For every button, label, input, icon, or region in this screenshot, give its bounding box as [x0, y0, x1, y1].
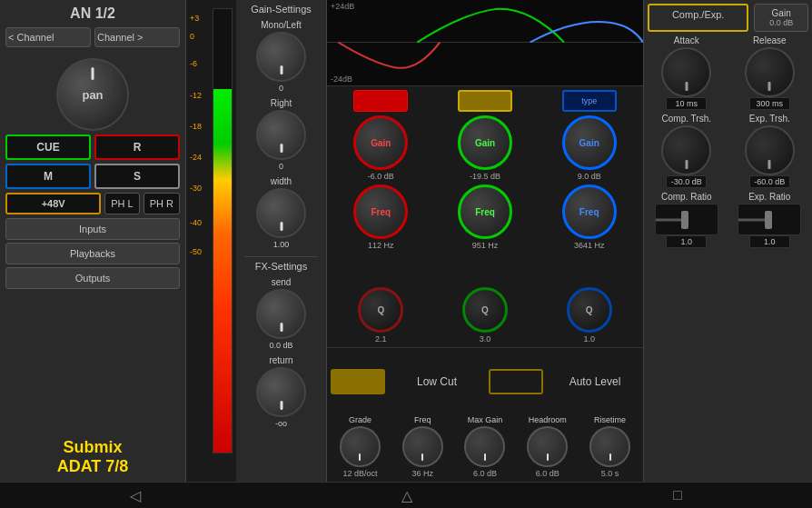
auto-level-label: Auto Level [550, 375, 639, 388]
band2-gain-knob[interactable]: Gain [458, 115, 512, 170]
inputs-button[interactable]: Inputs [5, 218, 180, 240]
ph-r-button[interactable]: PH R [144, 193, 180, 214]
exp-trsh-label: Exp. Trsh. [749, 114, 790, 124]
band2-type-button[interactable] [458, 90, 512, 112]
meter-tick-40: -40 [190, 204, 202, 243]
max-gain-label: Max Gain [468, 415, 503, 424]
divider-1 [244, 256, 319, 257]
comp-trsh-knob[interactable] [661, 125, 711, 175]
meter-tick-12: -12 [190, 80, 202, 111]
band3-freq-knob[interactable]: Freq [562, 184, 617, 239]
exp-trsh-group: Exp. Trsh. -60.0 dB [731, 114, 809, 188]
low-cut-button[interactable] [331, 369, 385, 394]
comp-panel: Comp./Exp. Gain 0.0 dB Attack 10 ms Rele… [644, 0, 812, 482]
band1-q-knob[interactable]: Q [358, 287, 403, 333]
back-button[interactable]: ◁ [130, 487, 141, 504]
band3-q-knob[interactable]: Q [567, 287, 612, 333]
release-knob[interactable] [745, 47, 795, 97]
band3-gain-knob[interactable]: Gain [562, 115, 617, 170]
band3-q-label: Q [586, 305, 593, 315]
cue-button[interactable]: CUE [5, 134, 91, 160]
band1-freq-knob[interactable]: Freq [353, 184, 408, 239]
headroom-label: Headroom [529, 415, 567, 424]
home-button[interactable]: △ [401, 487, 412, 504]
send-label: send [272, 277, 292, 287]
eq-band-1: Gain -6.0 dB Freq 112 Hz [331, 90, 431, 284]
grade-value: 12 dB/oct [342, 469, 377, 478]
menu-button[interactable]: □ [673, 487, 682, 503]
comp-trsh-group: Comp. Trsh. -30.0 dB [648, 114, 726, 188]
phantom-button[interactable]: +48V [5, 193, 101, 214]
freq-lc-knob[interactable] [402, 426, 443, 467]
submix-line1: Submix [5, 438, 180, 457]
return-knob[interactable] [256, 367, 306, 417]
band3-type-label: type [581, 96, 597, 105]
m-button[interactable]: M [5, 164, 91, 189]
r-button[interactable]: R [94, 134, 180, 160]
band2-q-group: Q 3.0 [435, 287, 536, 344]
bottom-nav-bar: ◁ △ □ [0, 482, 812, 508]
right-label: Right [271, 98, 292, 108]
band1-freq-label: Freq [371, 207, 391, 217]
risetime-value: 5.0 s [601, 469, 619, 478]
gain-right-display: Gain 0.0 dB [754, 4, 808, 32]
headroom-knob[interactable] [527, 426, 568, 467]
grade-group: Grade 12 dB/oct [331, 415, 390, 478]
max-gain-knob[interactable] [464, 426, 505, 467]
meter-tick-24: -24 [190, 142, 202, 173]
release-value: 300 ms [749, 97, 790, 110]
attack-knob[interactable] [661, 47, 711, 97]
band1-gain-knob[interactable]: Gain [353, 115, 408, 170]
playbacks-button[interactable]: Playbacks [5, 243, 180, 264]
comp-exp-trsh-row: Comp. Trsh. -30.0 dB Exp. Trsh. -60.0 dB [648, 114, 808, 188]
right-knob[interactable] [256, 110, 306, 160]
width-knob[interactable] [256, 188, 306, 238]
attack-release-row: Attack 10 ms Release 300 ms [648, 35, 808, 110]
width-label: width [271, 176, 292, 186]
band3-type-button[interactable]: type [562, 90, 617, 112]
risetime-knob[interactable] [589, 426, 630, 467]
ph-l-button[interactable]: PH L [104, 193, 139, 214]
headroom-group: Headroom 6.0 dB [518, 415, 577, 478]
band1-type-button[interactable] [353, 90, 408, 112]
fx-settings-title: FX-Settings [255, 261, 307, 272]
meter-tick-18: -18 [190, 111, 202, 142]
max-gain-value: 6.0 dB [473, 469, 497, 478]
s-button[interactable]: S [94, 164, 180, 189]
band2-freq-label: Freq [475, 207, 495, 217]
meter-bar-container [213, 8, 233, 453]
band2-freq-knob[interactable]: Freq [458, 184, 512, 239]
pan-label: pan [82, 88, 103, 102]
left-panel: AN 1/2 < Channel Channel > pan CUE R M S… [0, 0, 186, 482]
grade-knob[interactable] [340, 426, 381, 467]
channel-nav: < Channel Channel > [5, 27, 180, 53]
gain-settings-panel: Gain-Settings Mono/Left 0 Right 0 width … [236, 0, 327, 482]
channel-prev-button[interactable]: < Channel [5, 27, 91, 47]
channel-next-button[interactable]: Channel > [94, 27, 180, 47]
comp-exp-ratio-row: Comp. Ratio 1.0 Exp. Ratio 1.0 [648, 192, 808, 248]
comp-header: Comp./Exp. Gain 0.0 dB [648, 4, 808, 32]
cue-r-grid: CUE R M S [5, 134, 180, 189]
band1-q-group: Q 2.1 [331, 287, 431, 344]
band1-freq-value: 112 Hz [368, 241, 394, 250]
low-cut-section: Low Cut Auto Level [327, 347, 643, 415]
comp-exp-button[interactable]: Comp./Exp. [648, 4, 748, 32]
send-knob[interactable] [256, 289, 306, 339]
right-value: 0 [279, 162, 283, 171]
gain-right-value: 0.0 dB [758, 18, 804, 27]
band1-q-label: Q [377, 305, 384, 315]
meter-tick-50: -50 [190, 244, 202, 260]
band3-freq-value: 3641 Hz [574, 241, 605, 250]
exp-trsh-knob[interactable] [745, 125, 795, 175]
band2-gain-value: -19.5 dB [470, 172, 500, 181]
exp-ratio-slider[interactable] [738, 204, 801, 235]
pan-knob[interactable]: pan [56, 58, 129, 131]
comp-ratio-slider[interactable] [655, 204, 718, 235]
return-label: return [269, 355, 292, 365]
exp-trsh-value: -60.0 dB [749, 175, 790, 188]
pan-knob-area: pan [5, 58, 180, 131]
band2-q-knob[interactable]: Q [462, 287, 508, 333]
mono-left-knob[interactable] [256, 32, 306, 82]
outputs-button[interactable]: Outputs [5, 267, 180, 289]
auto-level-button[interactable] [489, 369, 543, 394]
